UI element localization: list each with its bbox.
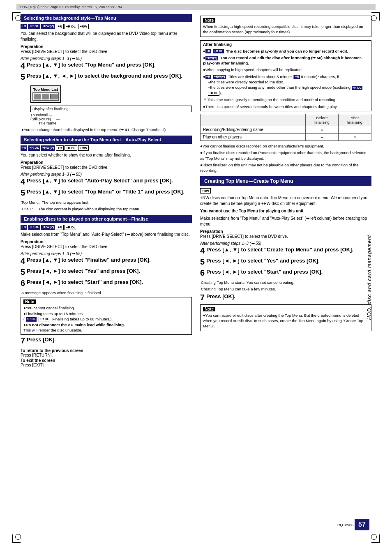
after-finalising-box: After finalising ●+R +R DL The disc beco…: [200, 40, 371, 111]
creating-prep-label: Preparation: [200, 229, 223, 234]
s2-body: You can select whether to show the top m…: [21, 152, 192, 158]
thumbnail-box: Top Menu List: [30, 85, 61, 103]
table-header-row: Beforefinalising Afterfinalising: [201, 114, 371, 126]
file-info-bar: EH57,67(G).book Page 57 Thursday, March …: [16, 4, 376, 10]
disc-tag-s3-r: +R: [21, 225, 27, 230]
after-item4: ●+R +RW(V) Titles are divided into about…: [203, 74, 369, 79]
s1-step5: 5 Press [▲, ▼, ◄, ►] to select the backg…: [21, 73, 192, 81]
section-header-finalise: Enabling discs to be played on other equ…: [21, 215, 192, 223]
disc-tag-s3-r2: +R: [56, 225, 63, 230]
right-column: Note When finalising a high-speed record…: [200, 14, 371, 370]
right-note-text: When finalising a high-speed recording c…: [203, 24, 369, 35]
s3-step6: 6 Press [◄, ►] to select "Start" and pre…: [21, 279, 192, 288]
creating-prep-text: Press [DRIVE SELECT] to select the DVD d…: [200, 234, 288, 239]
circle-br: [371, 534, 377, 540]
display-after-label: Display after finalising: [30, 106, 192, 112]
page-number: 57: [358, 521, 366, 528]
s3-step4-text: Press [▲, ▼] to select "Finalise" and pr…: [27, 257, 192, 264]
creating-note-label: Note: [203, 307, 215, 311]
s1-step4-text: Press [▲, ▼] to select "Top Menu" and pr…: [27, 62, 192, 69]
thumb-cell-1: [34, 94, 41, 99]
disc-tag-s3-rdl2: +R DL: [65, 225, 77, 230]
s3-body: Make selections from "Top Menu" and "Aut…: [21, 232, 192, 237]
disc-tag-rw: +RW: [78, 24, 89, 29]
table-row-1: Recording/Editing/Entering name ○ –: [201, 126, 371, 134]
s3-note-text: ●You cannot cancel finalising. ●Finalisi…: [23, 305, 189, 333]
thumb-cell-2: [42, 94, 49, 99]
table-bullet-2: ●If you finalise discs recorded on Panas…: [200, 150, 371, 161]
section-background-style: Selecting the background style—Top Menu …: [21, 14, 192, 132]
return-text: Press [RETURN].: [21, 353, 53, 357]
right-top-note: Note When finalising a high-speed record…: [200, 16, 371, 37]
s3-note-item4: ●Do not disconnect the AC mains lead whi…: [23, 322, 189, 333]
disc-tag-s2-rdl: +R DL: [28, 145, 40, 151]
s3-step7-num: 7: [21, 336, 25, 345]
s3-note-item3: ( +R DL +R DL Finalising takes up to 60 …: [23, 316, 189, 322]
return-note: To return to the previous screen Press […: [21, 348, 192, 357]
section-header-autoplay: Selecting whether to show the Top Menu f…: [21, 136, 192, 144]
creating-body2: You cannot use the Top Menu for playing …: [200, 208, 371, 214]
thumb-cell-3: [50, 94, 58, 99]
circle-tr: [371, 15, 377, 21]
disc-tag-rwv: +RW(V): [41, 24, 55, 29]
disc-tags-s2: +R +R DL +RW(V) +R +R DL +RW: [21, 145, 192, 151]
main-content: Selecting the background style—Top Menu …: [21, 14, 371, 370]
s2-prep-text: Press [DRIVE SELECT] to select the DVD d…: [21, 165, 108, 170]
sidebar-text: HDD, disc and card management: [367, 235, 372, 320]
s1-steps-label: After performing steps 1–3 (➡ 55): [21, 56, 192, 61]
s1-prep-text: Press [DRIVE SELECT] to select the DVD d…: [21, 49, 108, 54]
s3-step4-num: 4: [21, 257, 25, 265]
creating-note-box: Note ●You can record or edit discs after…: [200, 304, 371, 331]
creating-body1: +RW discs contain no Top Menu data. Top …: [200, 195, 371, 207]
creating-body3: Make selections from "Top Menu" and "Aut…: [200, 216, 371, 227]
creating-step5: 5 Press [◄, ►] to select "Yes" and press…: [200, 258, 371, 266]
s3-step7-text: Press [OK].: [27, 336, 192, 343]
td-before-1: ○: [305, 126, 338, 134]
s3-step6-sub: A message appears when finalising is fin…: [21, 290, 192, 295]
s2-prep-label: Preparation: [21, 160, 44, 165]
s3-step6-text: Press [◄, ►] to select "Start" and press…: [27, 279, 192, 286]
circle-tl: [15, 15, 21, 21]
s1-step4: 4 Press [▲, ▼] to select "Top Menu" and …: [21, 62, 192, 70]
creating-header: Creating Top Menu—Create Top Menu: [200, 176, 371, 186]
creating-step4-num: 4: [200, 246, 205, 255]
s3-step5: 5 Press [◄, ►] to select "Yes" and press…: [21, 268, 192, 276]
table-body: Recording/Editing/Entering name ○ – Play…: [201, 126, 371, 141]
s2-step5: 5 Press [▲, ▼] to select "Top Menu" or "…: [21, 189, 192, 197]
s3-prep-label: Preparation: [21, 240, 44, 244]
s1-step5-text: Press [▲, ▼, ◄, ►] to select the backgro…: [27, 73, 192, 80]
creating-step5-text: Press [◄, ►] to select "Yes" and press […: [206, 258, 371, 265]
s2-sub2: Title 1: The disc content is played with…: [21, 206, 192, 212]
creating-step5-num: 5: [200, 258, 205, 266]
after-item6: –the titles were copied using any mode o…: [203, 85, 369, 96]
creating-step6-text: Press [◄, ►] to select "Start" and press…: [206, 269, 371, 276]
s2-step5-num: 5: [21, 189, 25, 197]
s2-step4: 4 Press [▲, ▼] to select "Auto-Play Sele…: [21, 177, 192, 186]
after-item8: ●There is a pause of several seconds bet…: [203, 104, 369, 109]
disc-tags-s1: +R +R DL +RW(V) +R +R DL +RW: [21, 24, 192, 29]
table-head: Beforefinalising Afterfinalising: [201, 114, 371, 126]
s2-prep: Preparation Press [DRIVE SELECT] to sele…: [21, 160, 192, 170]
file-info-text: EH57,67(G).book Page 57 Thursday, March …: [20, 5, 122, 9]
sidebar-label-wrapper: HDD, disc and card management: [367, 82, 372, 473]
finalising-table: Beforefinalising Afterfinalising Recordi…: [200, 114, 371, 141]
s2-steps-label: After performing steps 1–3 (➡ 55): [21, 172, 192, 177]
bottom-notes: To return to the previous screen Press […: [21, 348, 192, 367]
disc-tags-creating: +RW: [200, 188, 371, 193]
s2-step4-text: Press [▲, ▼] to select "Auto-Play Select…: [27, 177, 192, 184]
th-empty: [201, 114, 306, 126]
creating-step7-num: 7: [200, 293, 205, 302]
creating-step6-num: 6: [200, 269, 205, 277]
disc-tag-rw-creating: +RW: [200, 188, 211, 193]
disc-tag-r: +R: [21, 24, 27, 29]
disc-tag-s3-rwv: +RW(V): [41, 225, 55, 230]
s3-note-item1: ●You cannot cancel finalising.: [23, 305, 189, 311]
s1-prep: Preparation Press [DRIVE SELECT] to sele…: [21, 44, 192, 55]
s3-note-box: Note ●You cannot cancel finalising. ●Fin…: [21, 297, 192, 335]
td-label-2: Play on other players: [201, 134, 306, 141]
th-before: Beforefinalising: [305, 114, 338, 126]
s3-prep-text: Press [DRIVE SELECT] to select the DVD d…: [21, 244, 108, 249]
after-item2: ●+RW(V) You can record and edit the disc…: [203, 55, 369, 66]
return-label: To return to the previous screen: [21, 348, 83, 353]
thumbnail-inner: [32, 92, 59, 101]
